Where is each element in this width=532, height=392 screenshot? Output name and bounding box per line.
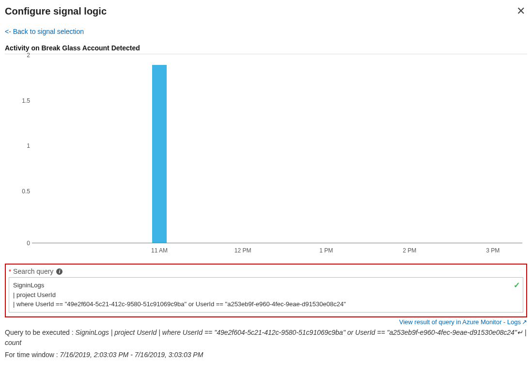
y-tick-label: 2 (11, 52, 30, 59)
search-query-label: Search query (13, 267, 53, 275)
check-icon: ✓ (514, 280, 520, 291)
external-link-icon: ↗ (522, 318, 527, 326)
back-link[interactable]: <- Back to signal selection (5, 28, 84, 35)
query-line: | where UserId == "49e2f604-5c21-412c-95… (13, 299, 519, 309)
query-executed-text: Query to be executed : SigninLogs | proj… (5, 328, 527, 348)
view-result-link[interactable]: View result of query in Azure Monitor - … (5, 318, 527, 326)
x-tick-label: 2 PM (403, 247, 416, 254)
divider (5, 54, 527, 54)
y-tick-label: 1 (11, 142, 30, 149)
x-tick-label: 11 AM (151, 247, 168, 254)
y-tick-label: 0 (11, 240, 30, 247)
bar-11am (152, 65, 167, 243)
search-query-section: * Search query i ✓ SigninLogs | project … (5, 264, 527, 317)
info-icon[interactable]: i (56, 268, 63, 275)
baseline-line (32, 243, 522, 243)
close-icon[interactable]: ✕ (515, 6, 527, 16)
x-tick-label: 1 PM (319, 247, 333, 254)
y-tick-label: 1.5 (11, 97, 30, 104)
required-star-icon: * (9, 268, 11, 275)
search-query-input[interactable]: ✓ SigninLogs | project UserId | where Us… (9, 277, 523, 313)
x-tick-label: 12 PM (235, 247, 251, 254)
chart: 0 0.5 1 1.5 2 11 AM 12 PM 1 PM 2 PM 3 PM (5, 57, 527, 261)
query-line: SigninLogs (13, 281, 519, 290)
plot-area: 0 0.5 1 1.5 2 11 AM 12 PM 1 PM 2 PM 3 PM (32, 62, 522, 243)
y-tick-label: 0.5 (11, 188, 30, 195)
x-tick-label: 3 PM (486, 247, 500, 254)
chart-title: Activity on Break Glass Account Detected (5, 44, 527, 52)
panel-title: Configure signal logic (5, 6, 107, 17)
query-line: | project UserId (13, 290, 519, 300)
time-window-text: For time window : 7/16/2019, 2:03:03 PM … (5, 350, 527, 360)
